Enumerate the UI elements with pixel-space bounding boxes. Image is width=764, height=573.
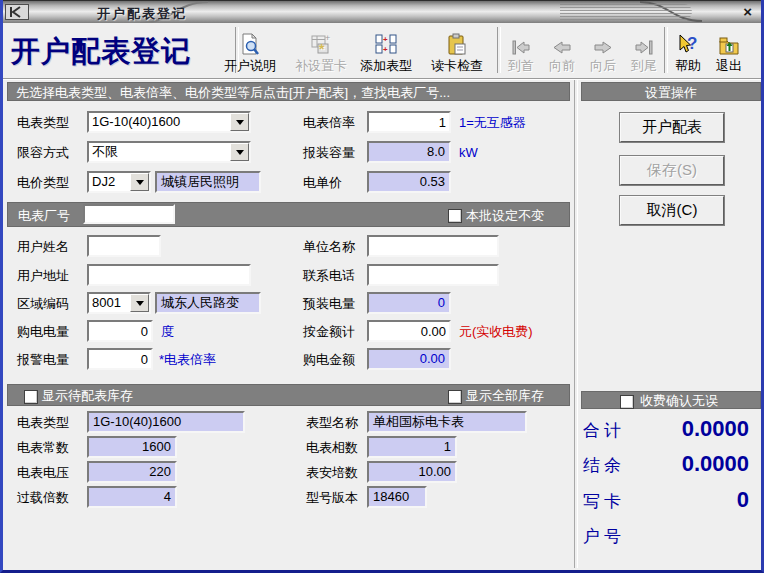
read-card-check-button[interactable]: 读卡检查 (420, 27, 494, 75)
fee-confirm-bar: 收费确认无误 (581, 391, 761, 409)
toolbar-button-label: 向前 (549, 57, 575, 75)
org-name-input[interactable] (367, 235, 499, 257)
buy-amount-field: 0.00 (367, 348, 451, 370)
by-amount-input[interactable] (367, 320, 451, 342)
balance-value: 0.0000 (682, 451, 749, 477)
ratio-input[interactable] (367, 111, 451, 133)
phone-label: 联系电话 (303, 265, 355, 287)
region-desc: 城东人民路变 (155, 292, 261, 314)
go-last-button: 到尾 (626, 27, 662, 75)
alarm-qty-input[interactable] (87, 348, 153, 370)
fee-confirm-label: 收费确认无误 (640, 392, 718, 410)
svg-text:+: + (325, 33, 330, 43)
info-version-label: 型号版本 (306, 487, 358, 509)
region-combo[interactable]: 8001 (87, 292, 151, 314)
balance-label: 结余 (583, 454, 625, 477)
org-name-label: 单位名称 (303, 236, 355, 258)
buy-amount-label: 购电金额 (303, 349, 355, 371)
toolbar-button-label: 到首 (508, 57, 534, 75)
info-overload-label: 过载倍数 (17, 487, 69, 509)
save-button: 保存(S) (620, 156, 724, 185)
factory-no-input[interactable] (83, 204, 175, 224)
chevron-down-icon[interactable] (230, 113, 249, 131)
go-next-button: 向后 (585, 27, 621, 75)
window-logo-icon (5, 4, 29, 20)
limit-mode-combo[interactable]: 不限 (87, 141, 251, 163)
go-prev-button: 向前 (544, 27, 580, 75)
fee-confirm-checkbox[interactable] (620, 395, 634, 409)
price-type-combo[interactable]: DJ2 (87, 171, 151, 193)
user-name-input[interactable] (87, 235, 161, 257)
info-constant-label: 电表常数 (17, 437, 69, 459)
summary-write-card-row: 写卡 0 (581, 487, 757, 515)
svg-text:+: + (383, 45, 388, 54)
chevron-down-icon[interactable] (130, 294, 149, 312)
toolbar: 开户配表登记 开户说明 +* 补设置卡 ++ 添加表型 读卡检查 (3, 23, 761, 79)
doc-magnifier-icon (239, 32, 261, 56)
panel-divider (574, 80, 578, 568)
help-cursor-icon: ? (676, 32, 700, 56)
address-input[interactable] (87, 264, 251, 286)
open-account-button[interactable]: 开户配表 (620, 113, 724, 142)
capacity-field: 8.0 (367, 141, 451, 163)
chevron-down-icon[interactable] (230, 143, 249, 161)
arrow-right-icon (592, 32, 614, 56)
write-card-value: 0 (737, 487, 749, 513)
combo-value: 1G-10(40)1600 (92, 113, 180, 131)
info-voltage-label: 电表电压 (17, 462, 69, 484)
show-all-stock-checkbox[interactable] (448, 390, 462, 404)
svg-text:*: * (319, 41, 325, 56)
info-model-label: 表型名称 (306, 412, 358, 434)
price-type-label: 电价类型 (17, 172, 69, 194)
by-amount-hint: 元(实收电费) (459, 321, 533, 343)
summary-account-row: 户号 (581, 522, 757, 550)
chevron-down-icon[interactable] (130, 173, 149, 191)
toolbar-button-label: 到尾 (631, 57, 657, 75)
phone-input[interactable] (367, 264, 499, 286)
batch-fixed-checkbox[interactable] (448, 209, 462, 223)
help-button[interactable]: ? 帮助 (669, 27, 707, 75)
by-amount-label: 按金额计 (303, 321, 355, 343)
capacity-unit: kW (459, 142, 478, 164)
toolbar-button-label: 退出 (716, 57, 742, 75)
unit-price-label: 电单价 (303, 172, 342, 194)
show-pending-stock-checkbox[interactable] (24, 390, 38, 404)
toolbar-button-label: 添加表型 (360, 57, 412, 75)
ratio-hint: 1=无互感器 (459, 112, 526, 134)
info-phase-field: 1 (367, 436, 457, 458)
batch-fixed-label: 本批设定不变 (466, 203, 544, 228)
exit-button[interactable]: 退出 (710, 27, 748, 75)
summary-total-row: 合计 0.0000 (581, 416, 757, 444)
capacity-label: 报装容量 (303, 142, 355, 164)
show-pending-stock-label: 显示待配表库存 (42, 385, 133, 407)
user-name-label: 用户姓名 (17, 236, 69, 258)
toolbar-button-label: 补设置卡 (295, 57, 347, 75)
actions-panel-header: 设置操作 (581, 82, 761, 101)
info-version-field: 18460 (367, 486, 427, 508)
account-label: 户号 (583, 525, 625, 548)
total-value: 0.0000 (682, 416, 749, 442)
preset-qty-field: 0 (367, 292, 451, 314)
app-window: 开户配表登记 × 开户配表登记 开户说明 +* 补设置卡 ++ 添加表型 (0, 0, 764, 573)
write-card-label: 写卡 (583, 490, 625, 513)
limit-mode-label: 限容方式 (17, 142, 69, 164)
region-label: 区域编码 (17, 293, 69, 315)
summary-balance-row: 结余 0.0000 (581, 451, 757, 479)
exit-folder-icon (718, 32, 740, 56)
add-meter-type-button[interactable]: ++ 添加表型 (354, 27, 418, 75)
meter-type-combo[interactable]: 1G-10(40)1600 (87, 111, 251, 133)
buy-qty-input[interactable] (87, 320, 153, 342)
close-button[interactable]: × (743, 3, 752, 20)
info-type-label: 电表类型 (17, 412, 69, 434)
toolbar-button-label: 读卡检查 (431, 57, 483, 75)
page-title: 开户配表登记 (11, 32, 191, 72)
toolbar-separator (664, 27, 668, 73)
cancel-button[interactable]: 取消(C) (620, 196, 724, 225)
show-all-stock-label: 显示全部库存 (466, 385, 544, 407)
alarm-qty-label: 报警电量 (17, 349, 69, 371)
open-instructions-button[interactable]: 开户说明 (212, 27, 288, 75)
toolbar-button-label: 帮助 (675, 57, 701, 75)
toolbar-button-label: 开户说明 (224, 57, 276, 75)
buy-qty-unit: 度 (161, 321, 174, 343)
clipboard-icon (446, 32, 468, 56)
